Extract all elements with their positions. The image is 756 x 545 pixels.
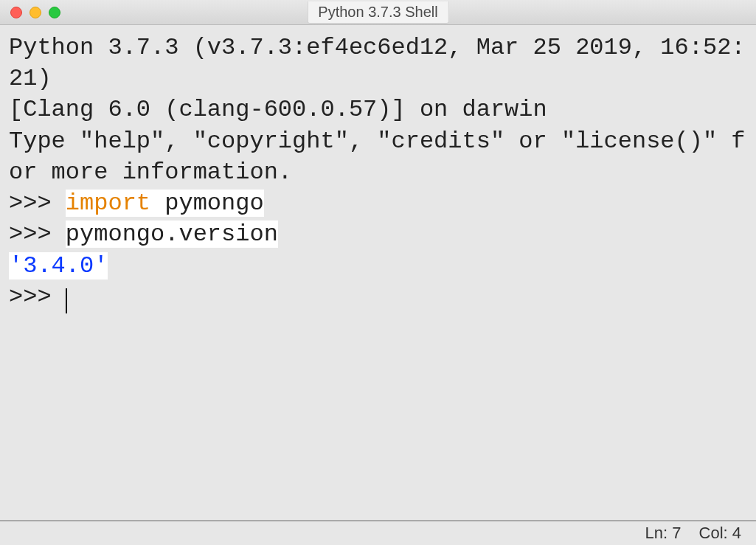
traffic-lights — [0, 7, 60, 18]
prompt: >>> — [9, 283, 66, 310]
status-col: Col: 4 — [699, 524, 741, 543]
output-string: '3.4.0' — [9, 252, 108, 280]
cursor-icon — [66, 288, 67, 313]
titlebar: Python 3.7.3 Shell — [0, 0, 756, 25]
code-text: pymongo — [150, 190, 264, 217]
banner-line: Type "help", "copyright", "credits" or "… — [9, 128, 746, 186]
close-icon[interactable] — [10, 7, 22, 18]
banner-line: [Clang 6.0 (clang-600.0.57)] on darwin — [9, 96, 547, 123]
status-bar: Ln: 7 Col: 4 — [0, 520, 756, 545]
prompt: >>> — [9, 221, 66, 248]
keyword-import: import — [66, 190, 150, 217]
banner-line: Python 3.7.3 (v3.7.3:ef4ec6ed12, Mar 25 … — [9, 34, 746, 92]
prompt: >>> — [9, 190, 66, 217]
code-text: pymongo.version — [66, 221, 278, 248]
status-line: Ln: 7 — [645, 524, 682, 543]
minimize-icon[interactable] — [30, 7, 41, 18]
window-title: Python 3.7.3 Shell — [307, 1, 448, 24]
maximize-icon[interactable] — [49, 7, 60, 18]
shell-content[interactable]: Python 3.7.3 (v3.7.3:ef4ec6ed12, Mar 25 … — [0, 25, 756, 520]
